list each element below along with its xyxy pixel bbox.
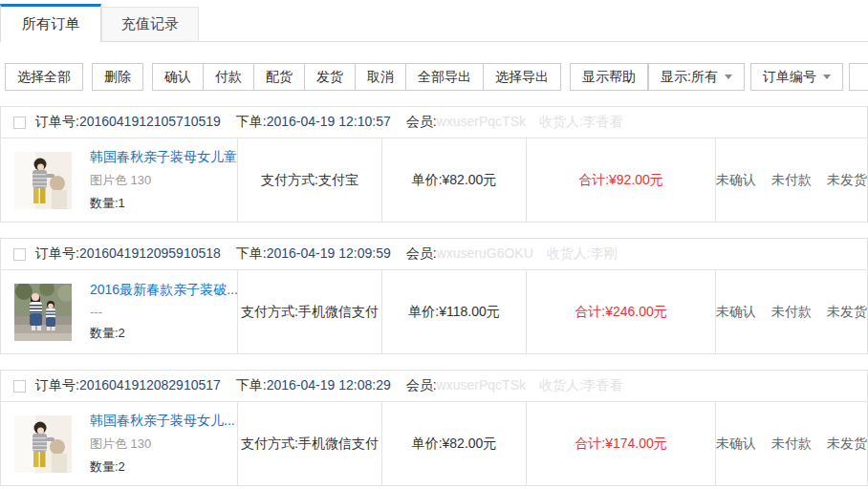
order-no-label: 订单号: xyxy=(35,377,79,393)
order-toolbar: 选择全部 删除 确认 付款 配货 发货 取消 全部导出 选择导出 显示帮助 显示… xyxy=(5,63,868,91)
product-info: 韩国春秋亲子装母女儿童... 图片色 130 数量:1 xyxy=(90,149,237,212)
product-quantity: 数量:2 xyxy=(90,325,237,342)
product-title-link[interactable]: 韩国春秋亲子装母女儿... xyxy=(90,413,235,430)
girl-yellow-pants-photo xyxy=(14,152,72,209)
product-title-link[interactable]: 韩国春秋亲子装母女儿童... xyxy=(90,149,237,166)
allocate-button[interactable]: 配货 xyxy=(253,63,305,91)
order-no-value: 2016041912105710519 xyxy=(79,114,221,129)
order-body: 韩国春秋亲子装母女儿童... 图片色 130 数量:1 支付方式:支付宝 单价:… xyxy=(1,138,867,222)
status-cell: 未确认 未付款 未发货 xyxy=(715,138,867,222)
receiver-value: 收货人:李刚 xyxy=(547,245,618,261)
total-cell: 合计:¥92.00元 xyxy=(526,138,715,222)
product-info: 韩国春秋亲子装母女儿... 图片色 130 数量:2 xyxy=(90,413,235,476)
mother-daughter-steps-photo xyxy=(14,284,72,341)
unit-price-cell: 单价:¥118.00元 xyxy=(381,270,526,353)
product-variant: 图片色 130 xyxy=(90,172,237,189)
unit-price-cell: 单价:¥82.00元 xyxy=(381,138,526,222)
confirm-button[interactable]: 确认 xyxy=(152,63,204,91)
payment-method: 支付方式:手机微信支付 xyxy=(241,436,379,453)
toolbar-right: 显示:所有 订单编号 xyxy=(648,63,868,91)
status-unshipped: 未发货 xyxy=(827,436,867,453)
total-cell: 合计:¥174.00元 xyxy=(526,402,715,485)
product-variant: --- xyxy=(90,305,237,319)
export-all-button[interactable]: 全部导出 xyxy=(405,63,484,91)
unit-price-cell: 单价:¥82.00元 xyxy=(381,402,526,485)
order-no-value: 2016041912095910518 xyxy=(79,245,221,261)
member-label: 会员: xyxy=(406,114,437,129)
ship-button[interactable]: 发货 xyxy=(304,63,356,91)
receiver-value: 收货人:李香看 xyxy=(539,377,623,393)
payment-method-cell: 支付方式:手机微信支付 xyxy=(237,270,381,353)
order-no-label: 订单号: xyxy=(35,245,79,261)
total-cell: 合计:¥246.00元 xyxy=(526,270,715,353)
placed-label: 下单: xyxy=(236,377,267,393)
order-checkbox[interactable] xyxy=(13,380,26,393)
payment-method: 支付方式:手机微信支付 xyxy=(241,304,379,321)
order-no-label: 订单号: xyxy=(35,114,79,129)
chevron-down-icon xyxy=(823,74,831,79)
unit-price: 单价:¥118.00元 xyxy=(408,304,499,321)
cancel-button[interactable]: 取消 xyxy=(355,63,406,91)
product-image[interactable] xyxy=(14,284,72,341)
search-field-dropdown[interactable]: 订单编号 xyxy=(750,63,843,91)
order-time-value: 2016-04-19 12:08:29 xyxy=(267,377,391,393)
receiver-value: 收货人:李香看 xyxy=(539,114,623,129)
product-cell: 韩国春秋亲子装母女儿... 图片色 130 数量:2 xyxy=(1,402,237,485)
tab-recharge-records[interactable]: 充值记录 xyxy=(101,7,199,41)
order-checkbox[interactable] xyxy=(13,248,26,261)
show-help-button[interactable]: 显示帮助 xyxy=(570,63,648,91)
order-total: 合计:¥174.00元 xyxy=(575,436,667,453)
order-checkbox[interactable] xyxy=(13,117,26,129)
girl-yellow-pants-photo xyxy=(14,415,72,473)
product-cell: 2016最新春款亲子装破... --- 数量:2 xyxy=(1,270,237,353)
show-filter-label: 显示:所有 xyxy=(661,64,718,90)
status-unconfirmed: 未确认 xyxy=(716,436,756,453)
placed-label: 下单: xyxy=(236,114,267,129)
member-value: wxuserPqcTSk xyxy=(437,377,526,393)
order-block: 订单号:2016041912095910518 下单:2016-04-19 12… xyxy=(0,238,868,354)
member-label: 会员: xyxy=(406,245,437,261)
product-quantity: 数量:2 xyxy=(90,458,235,476)
tab-all-orders[interactable]: 所有订单 xyxy=(0,4,101,42)
toolbar-left: 选择全部 删除 确认 付款 配货 发货 取消 全部导出 选择导出 显示帮助 xyxy=(5,63,648,91)
tab-bar: 所有订单 充值记录 xyxy=(0,0,868,42)
order-total: 合计:¥246.00元 xyxy=(575,304,667,321)
order-time-value: 2016-04-19 12:10:57 xyxy=(267,114,391,129)
payment-method-cell: 支付方式:手机微信支付 xyxy=(237,402,381,485)
status-unpaid: 未付款 xyxy=(771,304,812,321)
order-total: 合计:¥92.00元 xyxy=(578,172,663,189)
select-all-button[interactable]: 选择全部 xyxy=(5,63,83,91)
show-filter-dropdown[interactable]: 显示:所有 xyxy=(648,63,745,91)
order-no-value: 2016041912082910517 xyxy=(79,377,221,393)
order-search-input[interactable] xyxy=(849,63,868,91)
member-value: wxuserPqcTSk xyxy=(437,114,526,129)
order-header: 订单号:2016041912105710519 下单:2016-04-19 12… xyxy=(1,107,867,138)
order-header: 订单号:2016041912095910518 下单:2016-04-19 12… xyxy=(1,239,867,270)
status-unconfirmed: 未确认 xyxy=(716,304,756,321)
order-block: 订单号:2016041912105710519 下单:2016-04-19 12… xyxy=(0,106,868,223)
product-title-link[interactable]: 2016最新春款亲子装破... xyxy=(90,282,237,299)
delete-button[interactable]: 删除 xyxy=(92,63,143,91)
status-unshipped: 未发货 xyxy=(827,304,867,321)
status-unshipped: 未发货 xyxy=(827,172,867,189)
status-unconfirmed: 未确认 xyxy=(716,172,756,189)
product-image[interactable] xyxy=(14,415,72,473)
order-header: 订单号:2016041912082910517 下单:2016-04-19 12… xyxy=(1,371,867,402)
member-value: wxuseruG6OKU xyxy=(437,245,533,261)
order-body: 2016最新春款亲子装破... --- 数量:2 支付方式:手机微信支付 单价:… xyxy=(1,270,867,353)
member-label: 会员: xyxy=(406,377,437,393)
status-unpaid: 未付款 xyxy=(771,172,812,189)
product-quantity: 数量:1 xyxy=(90,195,237,212)
placed-label: 下单: xyxy=(236,245,267,261)
search-field-label: 订单编号 xyxy=(763,64,816,90)
payment-method: 支付方式:支付宝 xyxy=(261,172,358,189)
product-info: 2016最新春款亲子装破... --- 数量:2 xyxy=(90,282,237,342)
export-selected-button[interactable]: 选择导出 xyxy=(483,63,561,91)
pay-button[interactable]: 付款 xyxy=(203,63,254,91)
product-cell: 韩国春秋亲子装母女儿童... 图片色 130 数量:1 xyxy=(1,138,237,222)
unit-price: 单价:¥82.00元 xyxy=(412,436,497,453)
product-image[interactable] xyxy=(14,152,72,209)
order-block: 订单号:2016041912082910517 下单:2016-04-19 12… xyxy=(0,370,868,486)
order-time-value: 2016-04-19 12:09:59 xyxy=(267,245,391,261)
status-cell: 未确认 未付款 未发货 xyxy=(715,270,867,353)
